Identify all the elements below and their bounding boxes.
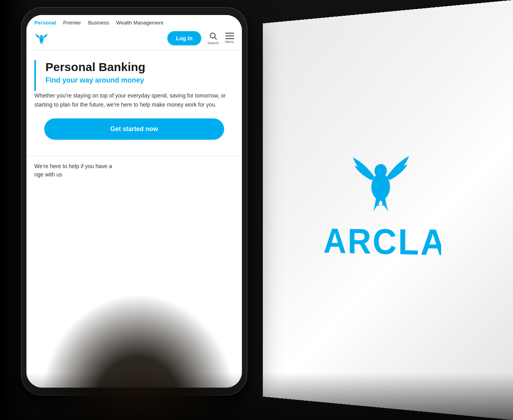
- hero-titles: Personal Banking Find your way around mo…: [41, 60, 145, 85]
- svg-rect-3: [377, 199, 379, 205]
- nav-links-row: Personal Premier Business Wealth Managem…: [34, 20, 234, 26]
- login-button[interactable]: Log In: [167, 31, 201, 45]
- phone-frame: Personal Premier Business Wealth Managem…: [22, 8, 247, 395]
- barclays-eagle-small: [34, 31, 49, 45]
- blue-accent-bar: [34, 60, 36, 91]
- barclays-name-text: ARCLAYS: [323, 221, 441, 263]
- search-label: Search: [208, 41, 219, 45]
- nav-business[interactable]: Business: [88, 20, 109, 26]
- nav-wealth[interactable]: Wealth Management: [116, 20, 163, 26]
- barclays-logo-large: ARCLAYS: [323, 145, 441, 263]
- hero-content: Personal Banking Find your way around mo…: [34, 60, 234, 91]
- nav-premier[interactable]: Premier: [63, 20, 81, 26]
- hero-section: Personal Banking Find your way around mo…: [26, 51, 242, 156]
- barclays-eagle-large: [350, 146, 412, 214]
- search-action[interactable]: Search: [208, 32, 219, 45]
- phone-device: Personal Premier Business Wealth Managem…: [22, 8, 247, 395]
- nav-actions: Log In Search: [167, 31, 234, 45]
- nav-personal[interactable]: Personal: [34, 20, 56, 26]
- barclays-background: ARCLAYS: [263, 0, 513, 420]
- svg-line-11: [215, 38, 217, 39]
- bottom-text-2: nge with us: [34, 171, 234, 179]
- phone-screen: Personal Premier Business Wealth Managem…: [26, 15, 242, 388]
- svg-point-7: [39, 37, 43, 43]
- hero-description: Whether you're staying on top of your ev…: [34, 91, 234, 109]
- nav-second-row: Log In Search: [34, 30, 234, 47]
- top-navigation: Personal Premier Business Wealth Managem…: [26, 15, 242, 51]
- hero-main-title: Personal Banking: [45, 60, 145, 74]
- website-content: Personal Premier Business Wealth Managem…: [26, 15, 242, 388]
- menu-action[interactable]: Menu: [225, 33, 234, 44]
- get-started-button[interactable]: Get started now: [44, 118, 224, 140]
- svg-rect-4: [382, 199, 384, 205]
- bottom-text-1: We're here to help if you have a: [34, 162, 234, 171]
- bottom-section: We're here to help if you have a nge wit…: [26, 156, 242, 185]
- svg-point-10: [210, 33, 215, 38]
- hero-subtitle: Find your way around money: [45, 76, 145, 85]
- hamburger-icon: [225, 33, 234, 39]
- barclays-logo-nav: [34, 31, 49, 45]
- menu-label: Menu: [225, 40, 234, 44]
- search-icon: [209, 32, 217, 40]
